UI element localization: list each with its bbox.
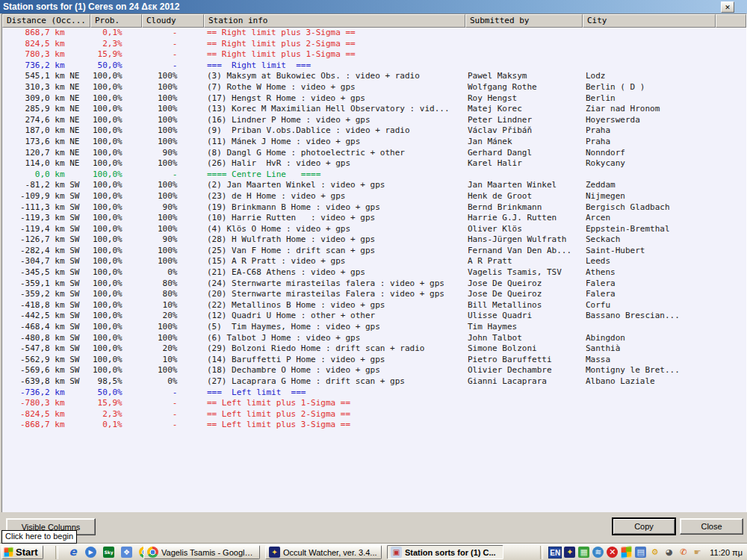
cell-distance: -119,3 km SW <box>2 213 90 224</box>
taskbar-clock[interactable]: 11:20 πμ <box>705 548 746 557</box>
occult-watcher-icon: ✦ <box>269 547 280 558</box>
table-row[interactable]: -442,5 km SW100,0% 20%(12) Quadri U Home… <box>2 311 746 322</box>
security-warning-tray-icon[interactable]: ⚙ <box>649 547 660 558</box>
table-row[interactable]: -824,5 km 2,3% -== Left limit plus 2-Sig… <box>2 409 746 420</box>
taskbar-task-button[interactable]: Vagelis Tsamis - Google ... <box>143 545 260 559</box>
table-row[interactable]: -480,8 km SW100,0%100%(6) Talbot J Home … <box>2 333 746 344</box>
table-row[interactable]: 173,6 km NE100,0%100%(11) Mánek J Home :… <box>2 137 746 148</box>
window-close-button[interactable]: ✕ <box>721 1 734 13</box>
table-row[interactable]: 187,0 km NE100,0%100%(9) Priban V.obs.Da… <box>2 125 746 137</box>
network-tray-icon[interactable]: ▤ <box>635 547 646 558</box>
table-row[interactable]: 274,6 km NE100,0%100%(16) Lindner P Home… <box>2 115 746 126</box>
column-header-spacer[interactable] <box>716 14 746 28</box>
window-titlebar[interactable]: Station sorts for (1) Ceres on 24 Δεκ 20… <box>0 0 747 13</box>
table-row[interactable]: -304,7 km SW100,0%100%(15) A R Pratt : v… <box>2 256 746 267</box>
thesky-icon[interactable]: Sky <box>103 547 114 558</box>
cell-cloudy: 100% <box>142 180 204 191</box>
disc-tray-icon[interactable]: ◕ <box>663 547 675 558</box>
table-row[interactable]: -345,5 km SW100,0% 0%(21) EA-C68 Athens … <box>2 267 746 279</box>
cell-submitted: Gianni Lacaprara <box>465 376 583 388</box>
cell-station: (10) Harrie Rutten : video + gps <box>204 213 465 224</box>
table-row[interactable]: -547,8 km SW100,0% 20%(29) Bolzoni Riedo… <box>2 343 746 355</box>
taskbar-task-button[interactable]: ✦Occult Watcher, ver. 3.4... <box>265 545 382 559</box>
cell-submitted: Gerhard Dangl <box>465 148 583 159</box>
cell-prob: 15,9% <box>90 398 142 409</box>
cell-station: == Right limit plus 2-Sigma == <box>204 39 465 50</box>
cell-distance: -359,2 km SW <box>2 289 90 300</box>
messenger-tray-icon[interactable]: ≋ <box>592 547 604 558</box>
green-utility-tray-icon[interactable]: ▦ <box>578 547 589 558</box>
column-header-prob[interactable]: Prob. <box>90 14 142 28</box>
cell-station: (18) Dechambre O Home : video + gps <box>204 365 465 376</box>
column-header-city[interactable]: City <box>583 14 716 28</box>
table-row[interactable]: -282,4 km SW100,0%100%(25) Van F Home : … <box>2 246 746 257</box>
table-row[interactable]: -562,9 km SW100,0% 10%(14) Baruffetti P … <box>2 355 746 366</box>
table-row[interactable]: 309,0 km NE100,0%100%(17) Hengst R Home … <box>2 93 746 105</box>
column-header-cloudy[interactable]: Cloudy <box>142 14 204 28</box>
cell-city: Leeds <box>583 256 746 267</box>
cell-city: Corfu <box>583 300 746 311</box>
table-row[interactable]: -119,3 km SW100,0%100%(10) Harrie Rutten… <box>2 213 746 224</box>
close-button[interactable]: Close <box>680 518 743 535</box>
table-row[interactable]: -418,8 km SW100,0% 10%(22) Metallinos B … <box>2 300 746 311</box>
cell-prob: 100,0% <box>90 104 142 115</box>
security-alert-tray-icon[interactable]: ✕ <box>607 547 618 558</box>
taskbar-task-button[interactable]: ▣Station sorts for (1) C... <box>387 545 503 559</box>
table-row[interactable]: 114,0 km NE100,0%100%(26) Halir HvR : vi… <box>2 158 746 169</box>
cell-station: == Left limit plus 1-Sigma == <box>204 398 465 409</box>
phone-tray-icon[interactable]: ✆ <box>678 547 689 558</box>
table-row[interactable]: -780,3 km 15,9% -== Left limit plus 1-Si… <box>2 398 746 409</box>
table-row[interactable]: -111,3 km SW100,0% 90%(19) Brinkmann B H… <box>2 202 746 214</box>
table-row[interactable]: 310,3 km NE100,0%100%(7) Rothe W Home : … <box>2 82 746 93</box>
table-row[interactable]: 780,3 km 15,9% -== Right limit plus 1-Si… <box>2 49 746 60</box>
table-row[interactable]: 868,7 km 0,1% -== Right limit plus 3-Sig… <box>2 28 746 39</box>
cell-prob: 100,0% <box>90 333 142 344</box>
table-row[interactable]: -468,4 km SW100,0%100%(5) Tim Haymes, Ho… <box>2 322 746 333</box>
cell-prob: 100,0% <box>90 311 142 322</box>
table-row[interactable]: -109,9 km SW100,0%100%(23) de H Home : v… <box>2 191 746 202</box>
station-sorts-icon: ▣ <box>391 547 402 558</box>
table-row[interactable]: -359,1 km SW100,0% 80%(24) Sternwarte mi… <box>2 279 746 290</box>
column-header-station-info[interactable]: Station info <box>204 14 465 28</box>
cell-distance: 274,6 km NE <box>2 115 90 126</box>
cell-station: (15) A R Pratt : video + gps <box>204 256 465 267</box>
occult-watcher-tray-icon[interactable]: ✦ <box>564 547 575 558</box>
blue-app-icon[interactable]: ❖ <box>121 547 132 558</box>
cell-prob: 100,0% <box>90 300 142 311</box>
cell-cloudy: - <box>142 388 204 399</box>
table-row[interactable]: -639,8 km SW 98,5% 0%(27) Lacaprara G Ho… <box>2 376 746 388</box>
table-row[interactable]: -569,6 km SW100,0%100%(18) Dechambre O H… <box>2 365 746 376</box>
table-row[interactable]: 545,1 km NE100,0%100%(3) Maksym at Bukow… <box>2 71 746 82</box>
table-row[interactable]: 120,7 km NE100,0% 90%(8) Dangl G Home : … <box>2 148 746 159</box>
wmp-icon[interactable]: ▶ <box>85 547 96 558</box>
taskbar: Start e▶Sky❖ Vagelis Tsamis - Google ...… <box>0 543 747 560</box>
cell-city: Lodz <box>583 71 746 82</box>
cell-submitted: Wolfgang Rothe <box>465 82 583 93</box>
table-row[interactable]: 736,2 km 50,0% -=== Right limit === <box>2 60 746 72</box>
column-header-submitted-by[interactable]: Submitted by <box>465 14 583 28</box>
table-row[interactable]: 0,0 km100,0% -==== Centre Line ==== <box>2 169 746 181</box>
cell-prob: 50,0% <box>90 388 142 399</box>
copy-button[interactable]: Copy <box>613 518 675 535</box>
cell-cloudy: 10% <box>142 300 204 311</box>
table-row[interactable]: -81,2 km SW100,0%100%(2) Jan Maarten Win… <box>2 180 746 191</box>
table-row[interactable]: 285,9 km NE100,0%100%(13) Korec M Maximi… <box>2 104 746 115</box>
table-row[interactable]: 824,5 km 2,3% -== Right limit plus 2-Sig… <box>2 39 746 50</box>
cell-submitted: Ulisse Quadri <box>465 311 583 322</box>
table-row[interactable]: -359,2 km SW100,0% 80%(20) Sternwarte mi… <box>2 289 746 300</box>
cell-cloudy: 100% <box>142 71 204 82</box>
table-row[interactable]: -868,7 km 0,1% -== Left limit plus 3-Sig… <box>2 420 746 431</box>
table-row[interactable]: -736,2 km 50,0% -=== Left limit === <box>2 388 746 399</box>
table-row[interactable]: -126,7 km SW100,0% 90%(28) H Wulfrath Ho… <box>2 234 746 246</box>
cell-distance: 120,7 km NE <box>2 148 90 159</box>
table-row[interactable]: -119,4 km SW100,0%100%(4) Klös O Home : … <box>2 224 746 235</box>
start-button[interactable]: Start <box>1 545 43 559</box>
cell-prob: 100,0% <box>90 322 142 333</box>
start-label: Start <box>16 547 38 558</box>
language-indicator[interactable]: EN <box>548 547 562 559</box>
ie-icon[interactable]: e <box>67 547 78 558</box>
windows-flag-tray-icon[interactable] <box>621 546 632 558</box>
hand-pointer-tray-icon[interactable]: ☛ <box>692 547 703 558</box>
column-header-distance-occ[interactable]: Distance (Occ... <box>2 14 90 28</box>
cell-city: Hoyerswerda <box>583 115 746 126</box>
